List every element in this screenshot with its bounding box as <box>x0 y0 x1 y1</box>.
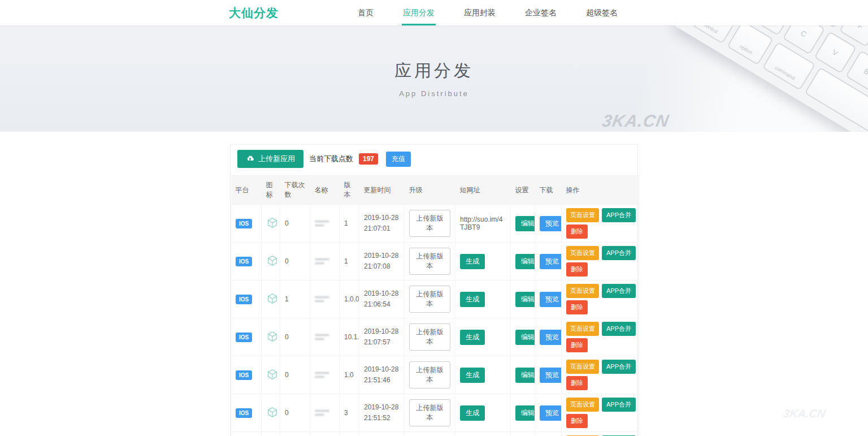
main-content: 上传新应用 当前下载点数 197 充值 平台图标下载次数名称版本更新时间升级短网… <box>0 144 868 436</box>
nav-item-enterprise-sign[interactable]: 企业签名 <box>525 0 557 25</box>
table-row: IOS010.1.02019-10-2821:07:57上传新版本生成编辑预览页… <box>231 318 639 356</box>
nav-item-app-distribute[interactable]: 应用分发 <box>403 0 435 25</box>
nav-item-home[interactable]: 首页 <box>358 0 374 25</box>
updated-part: 2019-10-28 <box>364 326 400 337</box>
operations-line: 删除 <box>566 262 634 277</box>
blurred-name <box>315 414 324 416</box>
downloads-cell: 1 <box>280 280 310 318</box>
column-header: 下载 <box>535 176 562 205</box>
upload-new-version-button[interactable]: 上传新版本 <box>409 286 450 313</box>
delete-button[interactable]: 删除 <box>566 300 588 314</box>
generate-url-button[interactable]: 生成 <box>460 405 485 421</box>
delete-button[interactable]: 删除 <box>566 376 588 390</box>
downloads-cell: 0 <box>280 394 310 432</box>
preview-button[interactable]: 预览 <box>540 254 562 269</box>
edit-button[interactable]: 编辑 <box>515 330 535 345</box>
operations-cell: 页面设置APP合并删除 <box>562 205 639 243</box>
edit-button[interactable]: 编辑 <box>515 292 535 307</box>
app-merge-button[interactable]: APP合并 <box>602 284 636 298</box>
app-merge-button[interactable]: APP合并 <box>602 360 636 374</box>
table-row: IOS11.0.02019-10-2821:06:54上传新版本生成编辑预览页面… <box>231 280 639 318</box>
column-header: 名称 <box>310 176 340 205</box>
upload-new-app-button[interactable]: 上传新应用 <box>237 150 303 168</box>
edit-button[interactable]: 编辑 <box>515 368 535 383</box>
preview-button[interactable]: 预览 <box>540 292 562 307</box>
blurred-name <box>315 225 324 226</box>
page-settings-button[interactable]: 页面设置 <box>566 246 599 260</box>
delete-button[interactable]: 删除 <box>566 338 588 352</box>
watermark-bottom: 3KA.CN <box>782 407 827 420</box>
edit-button[interactable]: 编辑 <box>515 254 535 269</box>
app-package-icon <box>266 292 279 305</box>
blurred-name <box>315 334 329 336</box>
updated-cell: 2019-10-2821:07:57 <box>359 318 405 356</box>
upload-new-version-button[interactable]: 上传新版本 <box>409 248 450 275</box>
operations-line: 删除 <box>566 225 634 239</box>
settings-cell: 编辑 <box>511 280 535 318</box>
table-row: IOS012019-10-2821:51:57上传新版本生成编辑预览页面设置AP… <box>231 432 639 436</box>
icon-cell <box>262 432 280 436</box>
page-settings-button[interactable]: 页面设置 <box>566 208 599 222</box>
delete-button[interactable]: 删除 <box>566 262 588 277</box>
nav-item-super-sign[interactable]: 超级签名 <box>586 0 618 25</box>
table-row: IOS01.02019-10-2821:51:46上传新版本生成编辑预览页面设置… <box>231 356 639 394</box>
app-merge-button[interactable]: APP合并 <box>602 398 636 412</box>
app-package-icon <box>266 330 279 343</box>
recharge-button[interactable]: 充值 <box>386 152 411 167</box>
page-settings-button[interactable]: 页面设置 <box>566 360 599 374</box>
download-cell: 预览 <box>535 280 562 318</box>
name-cell <box>310 394 340 432</box>
app-merge-button[interactable]: APP合并 <box>602 208 636 222</box>
platform-badge: IOS <box>236 370 252 380</box>
generate-url-button[interactable]: 生成 <box>460 330 485 345</box>
brand-logo[interactable]: 大仙分发 <box>229 5 279 21</box>
version-cell: 3 <box>340 394 359 432</box>
blurred-name <box>315 296 329 298</box>
nav-item-app-package[interactable]: 应用封装 <box>464 0 496 25</box>
preview-button[interactable]: 预览 <box>540 368 562 383</box>
page-settings-button[interactable]: 页面设置 <box>566 398 599 412</box>
edit-button[interactable]: 编辑 <box>515 216 535 231</box>
app-package-icon <box>266 406 279 418</box>
blurred-name <box>315 376 324 378</box>
app-merge-button[interactable]: APP合并 <box>602 322 636 336</box>
page-settings-button[interactable]: 页面设置 <box>566 284 599 298</box>
name-cell <box>310 280 340 318</box>
name-cell <box>310 205 340 243</box>
version-cell: 10.1.0 <box>340 318 359 356</box>
edit-button[interactable]: 编辑 <box>515 405 535 421</box>
short-url-link[interactable]: http://suo.im/4TJBT9 <box>460 215 502 231</box>
page-settings-button[interactable]: 页面设置 <box>566 322 599 336</box>
platform-badge: IOS <box>236 257 252 266</box>
short-url-cell: 生成 <box>455 356 511 394</box>
app-table: 平台图标下载次数名称版本更新时间升级短网址设置下载操作 IOS012019-10… <box>231 175 639 436</box>
platform-badge: IOS <box>236 295 252 304</box>
delete-button[interactable]: 删除 <box>566 225 588 239</box>
delete-button[interactable]: 删除 <box>566 414 588 428</box>
app-merge-button[interactable]: APP合并 <box>602 246 636 260</box>
downloads-cell: 0 <box>280 205 310 243</box>
updated-cell: 2019-10-2821:07:08 <box>359 243 405 280</box>
generate-url-button[interactable]: 生成 <box>460 368 485 383</box>
version-cell: 1.0.0 <box>340 280 359 318</box>
name-cell <box>310 432 340 436</box>
upload-new-version-button[interactable]: 上传新版本 <box>409 399 450 426</box>
operations-line: 删除 <box>566 414 634 428</box>
preview-button[interactable]: 预览 <box>540 330 562 345</box>
upgrade-cell: 上传新版本 <box>405 205 455 243</box>
upload-new-version-button[interactable]: 上传新版本 <box>409 210 450 237</box>
watermark: 3KA.CN <box>601 111 671 131</box>
blurred-name <box>315 262 324 264</box>
operations-line: 页面设置APP合并 <box>566 398 634 412</box>
upload-new-version-button[interactable]: 上传新版本 <box>409 361 450 388</box>
operations-line: 页面设置APP合并 <box>566 284 634 298</box>
preview-button[interactable]: 预览 <box>540 216 562 231</box>
preview-button[interactable]: 预览 <box>540 405 562 421</box>
generate-url-button[interactable]: 生成 <box>460 292 485 307</box>
download-points-label: 当前下载点数 <box>309 154 353 164</box>
updated-part: 21:07:08 <box>364 261 400 272</box>
generate-url-button[interactable]: 生成 <box>460 254 485 269</box>
version-cell: 1.0 <box>340 356 359 394</box>
updated-part: 2019-10-28 <box>364 213 400 223</box>
upload-new-version-button[interactable]: 上传新版本 <box>409 323 450 351</box>
